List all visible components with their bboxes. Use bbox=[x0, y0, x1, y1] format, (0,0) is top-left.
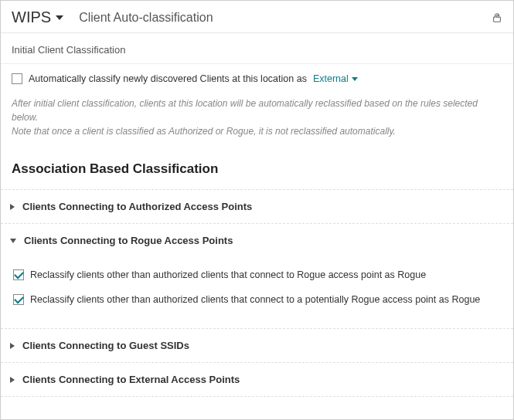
unlock-icon[interactable] bbox=[492, 12, 502, 23]
accordion-title: Clients Connecting to Rogue Access Point… bbox=[24, 235, 233, 246]
chevron-right-icon bbox=[10, 343, 15, 349]
reclassify-potential-rogue-checkbox[interactable] bbox=[13, 294, 24, 305]
accordion-item-guest: Clients Connecting to Guest SSIDs bbox=[1, 328, 513, 362]
accordion-title: Clients Connecting to Guest SSIDs bbox=[22, 340, 189, 351]
classification-dropdown[interactable]: External bbox=[313, 73, 358, 84]
reclassify-rogue-checkbox[interactable] bbox=[13, 269, 24, 280]
accordion-title: Clients Connecting to External Access Po… bbox=[22, 374, 240, 385]
caret-down-icon bbox=[352, 77, 358, 81]
accordion-header-external[interactable]: Clients Connecting to External Access Po… bbox=[10, 374, 502, 385]
wips-dropdown-label: WIPS bbox=[12, 8, 51, 26]
wips-dropdown[interactable]: WIPS bbox=[12, 8, 63, 26]
page-title: Client Auto-classification bbox=[79, 11, 476, 25]
auto-classify-label: Automatically classify newly discovered … bbox=[29, 73, 307, 84]
auto-classify-row: Automatically classify newly discovered … bbox=[1, 64, 513, 92]
accordion-body-rogue: Reclassify clients other than authorized… bbox=[10, 246, 502, 317]
accordion-item-rogue: Clients Connecting to Rogue Access Point… bbox=[1, 223, 513, 328]
option-row: Reclassify clients other than authorized… bbox=[13, 290, 502, 314]
classification-dropdown-value: External bbox=[313, 73, 349, 84]
accordion-header-guest[interactable]: Clients Connecting to Guest SSIDs bbox=[10, 340, 502, 351]
accordion-title: Clients Connecting to Authorized Access … bbox=[22, 201, 252, 212]
accordion-header-authorized[interactable]: Clients Connecting to Authorized Access … bbox=[10, 201, 502, 212]
option-row: Reclassify clients other than authorized… bbox=[13, 265, 502, 290]
chevron-right-icon bbox=[10, 377, 15, 383]
caret-down-icon bbox=[56, 15, 63, 20]
accordion-header-rogue[interactable]: Clients Connecting to Rogue Access Point… bbox=[10, 235, 502, 246]
chevron-down-icon bbox=[10, 239, 16, 243]
hint-line-2: Note that once a client is classified as… bbox=[12, 124, 502, 138]
hint-line-1: After initial client classification, cli… bbox=[12, 97, 502, 124]
initial-classification-label: Initial Client Classification bbox=[1, 33, 513, 64]
chevron-right-icon bbox=[10, 204, 15, 210]
accordion-item-external: Clients Connecting to External Access Po… bbox=[1, 362, 513, 397]
page-header: WIPS Client Auto-classification bbox=[1, 1, 513, 33]
auto-classify-checkbox[interactable] bbox=[12, 73, 22, 84]
option-label: Reclassify clients other than authorized… bbox=[30, 269, 426, 280]
accordion-item-authorized: Clients Connecting to Authorized Access … bbox=[1, 189, 513, 223]
option-label: Reclassify clients other than authorized… bbox=[30, 294, 480, 305]
association-heading: Association Based Classification bbox=[1, 152, 513, 189]
hint-text: After initial client classification, cli… bbox=[1, 92, 513, 152]
